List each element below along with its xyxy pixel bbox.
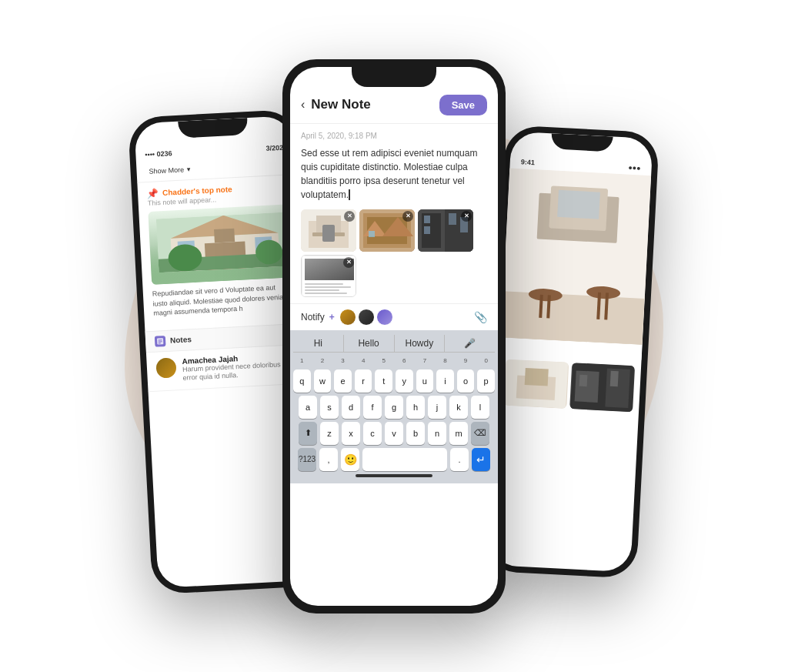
right-battery: ●●● <box>628 163 641 172</box>
right-phone-content: 9:41 ●●● <box>497 131 653 418</box>
key-n[interactable]: n <box>428 422 446 445</box>
photos-grid: ✕ ✕ <box>290 209 498 303</box>
key-x[interactable]: x <box>342 422 360 445</box>
key-e[interactable]: e <box>334 369 352 393</box>
photo-thumb-2[interactable]: ✕ <box>359 209 415 252</box>
notes-label: Notes <box>170 335 192 344</box>
key-g[interactable]: g <box>385 396 403 419</box>
remove-photo-doc-button[interactable]: ✕ <box>343 257 354 268</box>
key-r[interactable]: r <box>355 369 372 393</box>
key-s[interactable]: s <box>320 396 339 419</box>
key-o[interactable]: o <box>457 369 475 393</box>
remove-photo-3-button[interactable]: ✕ <box>461 211 472 222</box>
key-u[interactable]: u <box>416 369 434 393</box>
remove-photo-1-button[interactable]: ✕ <box>344 211 355 222</box>
notify-avatars <box>339 309 393 326</box>
key-9[interactable]: 9 <box>457 356 475 366</box>
key-q[interactable]: q <box>293 369 311 393</box>
phone-center-screen: ‹ New Note Save April 5, 2020, 9:18 PM S… <box>290 67 498 606</box>
suggestion-hi[interactable]: Hi <box>293 335 344 352</box>
svg-rect-57 <box>305 289 339 291</box>
right-bottom-photos <box>497 353 642 419</box>
svg-rect-31 <box>579 374 588 386</box>
svg-rect-58 <box>305 293 347 294</box>
suggestion-hello[interactable]: Hello <box>344 335 395 352</box>
comma-key[interactable]: , <box>319 448 338 471</box>
notify-add-button[interactable]: + <box>329 312 335 323</box>
phone-right: 9:41 ●●● <box>482 125 659 579</box>
mic-icon[interactable]: 🎤 <box>445 335 495 352</box>
suggestion-howdy[interactable]: Howdy <box>395 335 446 352</box>
save-button[interactable]: Save <box>439 95 487 115</box>
phone-right-screen: 9:41 ●●● <box>489 131 653 572</box>
phone-center: ‹ New Note Save April 5, 2020, 9:18 PM S… <box>282 59 506 613</box>
period-key[interactable]: . <box>450 448 469 471</box>
key-h[interactable]: h <box>406 396 425 419</box>
key-7[interactable]: 7 <box>416 356 434 366</box>
photo-thumb-3[interactable]: ✕ <box>418 209 473 252</box>
notify-avatar-1 <box>339 309 356 326</box>
svg-rect-50 <box>449 213 456 225</box>
left-phone-content: •••• 0236 3/202 Show More ▾ 📌 Chadder's … <box>134 115 305 392</box>
emoji-key[interactable]: 🙂 <box>341 448 359 471</box>
key-i[interactable]: i <box>436 369 454 393</box>
numbers-toggle-key[interactable]: ?123 <box>298 448 316 471</box>
svg-rect-55 <box>305 283 343 285</box>
key-f[interactable]: f <box>363 396 382 419</box>
notify-bar: Notify + 📎 <box>290 303 498 330</box>
key-y[interactable]: y <box>396 369 413 393</box>
svg-rect-4 <box>214 228 235 242</box>
key-k[interactable]: k <box>449 396 468 419</box>
svg-rect-49 <box>424 226 430 234</box>
key-d[interactable]: d <box>342 396 360 419</box>
key-j[interactable]: j <box>428 396 446 419</box>
key-m[interactable]: m <box>449 422 468 445</box>
key-0[interactable]: 0 <box>477 356 495 366</box>
center-screen-title: New Note <box>311 97 432 112</box>
key-4[interactable]: 4 <box>355 356 372 366</box>
return-key[interactable]: ↵ <box>472 448 490 471</box>
attach-icon[interactable]: 📎 <box>474 311 487 323</box>
note-body-text[interactable]: Sed esse ut rem adipisci eveniet numquam… <box>290 143 498 209</box>
notify-label: Notify <box>301 312 325 323</box>
phones-container: •••• 0236 3/202 Show More ▾ 📌 Chadder's … <box>117 36 671 637</box>
svg-rect-48 <box>424 216 430 223</box>
key-w[interactable]: w <box>314 369 332 393</box>
key-5[interactable]: 5 <box>375 356 392 366</box>
kitchen-image <box>501 168 651 344</box>
house-image <box>148 204 290 284</box>
key-3[interactable]: 3 <box>334 356 352 366</box>
note-info: Amachea Jajah Harum provident nece dolor… <box>182 351 296 383</box>
key-1[interactable]: 1 <box>293 356 311 366</box>
key-c[interactable]: c <box>363 422 382 445</box>
key-b[interactable]: b <box>406 422 425 445</box>
key-2[interactable]: 2 <box>314 356 332 366</box>
key-8[interactable]: 8 <box>436 356 454 366</box>
notes-icon <box>155 335 166 346</box>
left-signal: •••• 0236 <box>145 149 172 159</box>
remove-photo-2-button[interactable]: ✕ <box>402 211 413 222</box>
key-p[interactable]: p <box>477 369 495 393</box>
note-timestamp: April 5, 2020, 9:18 PM <box>290 124 498 143</box>
key-a[interactable]: a <box>299 396 317 419</box>
back-button[interactable]: ‹ <box>301 98 305 112</box>
svg-rect-43 <box>369 231 375 237</box>
avatar <box>155 357 176 378</box>
key-t[interactable]: t <box>375 369 392 393</box>
key-v[interactable]: v <box>385 422 403 445</box>
photo-thumb-doc[interactable]: ✕ <box>301 255 356 297</box>
photo-thumb-1[interactable]: ✕ <box>301 209 356 252</box>
key-6[interactable]: 6 <box>396 356 413 366</box>
notify-avatar-3 <box>376 309 393 326</box>
featured-note: 📌 Chadder's top note This note will appe… <box>137 174 302 330</box>
svg-rect-56 <box>305 286 351 288</box>
shift-key[interactable]: ⬆ <box>299 422 317 445</box>
keyboard-row-3: ⬆ z x c v b n m ⌫ <box>293 422 495 445</box>
key-z[interactable]: z <box>320 422 339 445</box>
key-l[interactable]: l <box>471 396 489 419</box>
delete-key[interactable]: ⌫ <box>471 422 489 445</box>
featured-note-body: Repudiandae sit vero d Voluptate ea aut … <box>152 282 292 318</box>
phone-center-notch <box>352 67 436 87</box>
note-list-item[interactable]: Amachea Jajah Harum provident nece dolor… <box>146 344 305 392</box>
space-key[interactable] <box>362 448 447 471</box>
